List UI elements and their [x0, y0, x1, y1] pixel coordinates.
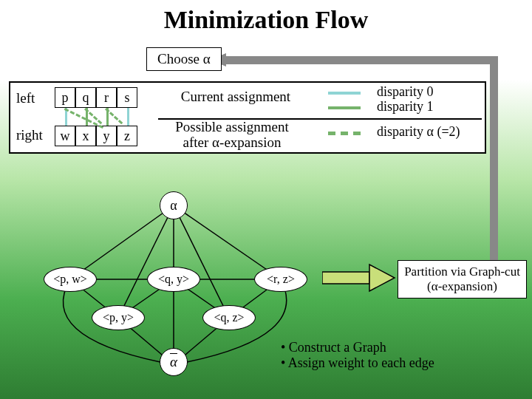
svg-line-4 — [118, 205, 174, 318]
svg-marker-16 — [369, 265, 395, 291]
partition-box: Partition via Graph-cut (α-expansion) — [398, 260, 527, 299]
node-pw: <p, w> — [44, 267, 97, 292]
node-qz: <q, z> — [202, 305, 256, 330]
svg-rect-15 — [322, 272, 369, 284]
node-alpha-bar: α — [160, 348, 188, 376]
bullet-2: Assign weight to each edge — [281, 355, 434, 371]
bullet-1: Construct a Graph — [281, 340, 434, 355]
node-py: <p, y> — [92, 305, 145, 330]
graph-edges — [0, 0, 532, 399]
partition-l2: (α-expansion) — [427, 279, 497, 293]
svg-line-5 — [174, 205, 229, 318]
partition-l1: Partition via Graph-cut — [404, 265, 520, 279]
svg-line-3 — [174, 205, 281, 279]
node-qy: <q, y> — [147, 267, 200, 292]
node-alpha: α — [160, 191, 188, 219]
node-rz: <r, z> — [254, 267, 307, 292]
bullet-list: Construct a Graph Assign weight to each … — [281, 340, 434, 371]
arrow-to-partition — [322, 263, 396, 293]
